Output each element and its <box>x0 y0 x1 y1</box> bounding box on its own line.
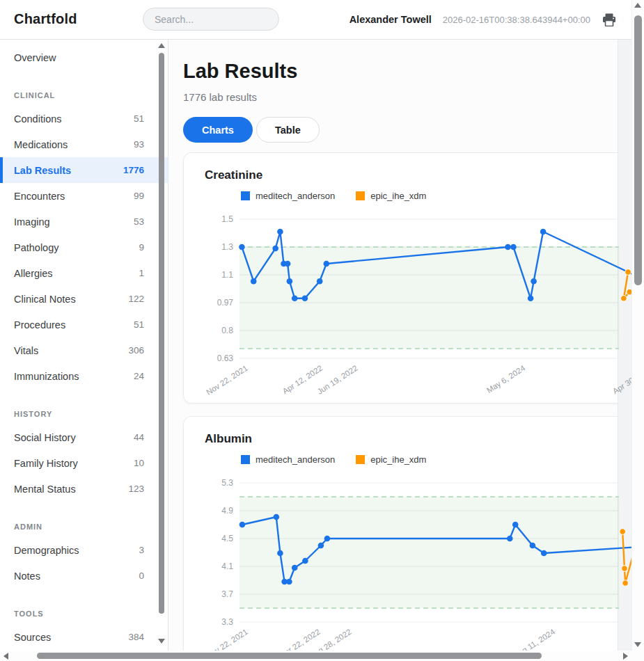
sidebar-item-demographics[interactable]: Demographics3 <box>0 537 168 563</box>
sidebar-item-encounters[interactable]: Encounters99 <box>0 183 168 209</box>
data-point[interactable] <box>531 278 537 285</box>
scroll-up-arrow-icon[interactable] <box>634 3 641 8</box>
data-point[interactable] <box>505 244 511 250</box>
sidebar-item-count: 93 <box>134 139 144 150</box>
data-point[interactable] <box>317 278 323 285</box>
data-point[interactable] <box>285 261 291 267</box>
data-point[interactable] <box>541 550 547 557</box>
chart-plot: 5.34.94.54.13.73.3Nov 22, 2021Apr 22, 20… <box>184 476 632 651</box>
y-tick-label: 1.3 <box>221 242 233 252</box>
sidebar-item-count: 44 <box>134 432 144 443</box>
data-point[interactable] <box>292 565 298 571</box>
sidebar-item-count: 99 <box>134 191 144 201</box>
y-tick-label: 0.97 <box>217 298 234 308</box>
sidebar-item-count: 9 <box>139 242 144 253</box>
sidebar-item-pathology[interactable]: Pathology9 <box>0 234 168 260</box>
horizontal-scrollbar-thumb[interactable] <box>37 653 542 659</box>
vertical-scrollbar[interactable] <box>631 0 644 651</box>
printer-icon <box>602 13 616 26</box>
view-tab-table[interactable]: Table <box>256 117 320 143</box>
scroll-down-arrow-icon[interactable] <box>158 639 165 644</box>
y-tick-label: 5.3 <box>221 478 233 488</box>
data-point[interactable] <box>507 536 513 542</box>
sidebar-item-count: 306 <box>128 345 144 356</box>
sidebar-item-mental-status[interactable]: Mental Status123 <box>0 476 168 502</box>
data-point[interactable] <box>510 244 517 250</box>
sidebar-scrollbar-thumb[interactable] <box>159 53 164 614</box>
sidebar-item-clinical-notes[interactable]: Clinical Notes122 <box>0 286 168 312</box>
legend-label: epic_ihe_xdm <box>370 191 426 201</box>
data-point[interactable] <box>251 278 257 285</box>
sidebar-section-header: ADMIN <box>0 502 168 537</box>
data-point[interactable] <box>512 522 519 528</box>
data-point[interactable] <box>286 579 292 585</box>
data-point[interactable] <box>528 296 534 302</box>
sidebar-item-label: Immunizations <box>14 371 79 382</box>
sidebar-item-notes[interactable]: Notes0 <box>0 563 168 589</box>
sidebar-item-allergies[interactable]: Allergies1 <box>0 260 168 286</box>
sidebar-item-overview[interactable]: Overview <box>0 45 168 70</box>
data-point[interactable] <box>302 296 308 302</box>
sidebar-item-count: 1776 <box>123 165 144 175</box>
sidebar-item-label: Encounters <box>14 191 65 202</box>
sidebar-item-family-history[interactable]: Family History10 <box>0 450 168 476</box>
search-input[interactable] <box>143 8 279 31</box>
data-point[interactable] <box>622 580 629 587</box>
data-point[interactable] <box>272 246 278 252</box>
data-point[interactable] <box>540 229 547 235</box>
data-point[interactable] <box>318 543 324 549</box>
x-tick-label: Nov 22, 2021 <box>205 628 249 651</box>
data-point[interactable] <box>239 244 245 250</box>
data-point[interactable] <box>620 529 626 535</box>
view-tab-charts[interactable]: Charts <box>183 117 253 143</box>
y-tick-label: 3.3 <box>221 617 233 627</box>
series-line-epic-ihe-xdm <box>622 532 632 583</box>
sidebar-item-label: Social History <box>14 432 76 443</box>
print-button[interactable] <box>602 13 617 26</box>
data-point[interactable] <box>621 296 627 302</box>
data-point[interactable] <box>277 550 283 557</box>
data-point[interactable] <box>625 269 631 276</box>
sidebar-item-count: 122 <box>128 294 144 304</box>
sidebar-item-immunizations[interactable]: Immunizations24 <box>0 363 168 389</box>
data-point[interactable] <box>530 543 536 549</box>
sidebar: OverviewCLINICALConditions51Medications9… <box>0 39 168 651</box>
main-panel: Lab Results 1776 lab results ChartsTable… <box>168 39 632 651</box>
data-point[interactable] <box>292 296 298 302</box>
data-point[interactable] <box>287 278 293 285</box>
data-point[interactable] <box>274 514 280 520</box>
scroll-up-arrow-icon[interactable] <box>158 43 165 48</box>
sidebar-nav: OverviewCLINICALConditions51Medications9… <box>0 45 168 651</box>
data-point[interactable] <box>324 261 330 267</box>
data-point[interactable] <box>239 522 246 528</box>
sidebar-scrollbar[interactable] <box>157 40 166 649</box>
chart-card-albumin: Albuminmeditech_andersonepic_ihe_xdm5.34… <box>183 416 632 651</box>
sidebar-item-label: Clinical Notes <box>14 294 76 305</box>
legend-label: meditech_anderson <box>256 191 335 201</box>
scroll-right-arrow-icon[interactable] <box>623 653 628 660</box>
sidebar-item-label: Overview <box>14 52 56 63</box>
legend-swatch-icon <box>241 455 250 464</box>
data-point[interactable] <box>277 229 283 235</box>
header-right-group: Alexander Towell 2026-02-16T00:38:38.643… <box>350 0 617 39</box>
sidebar-item-medications[interactable]: Medications93 <box>0 132 168 157</box>
data-point[interactable] <box>324 536 331 542</box>
page-title: Lab Results <box>183 60 632 83</box>
sidebar-item-count: 51 <box>134 113 144 124</box>
sidebar-item-label: Imaging <box>14 216 50 228</box>
horizontal-scrollbar[interactable] <box>0 651 644 661</box>
data-point[interactable] <box>302 558 308 564</box>
sidebar-item-vitals[interactable]: Vitals306 <box>0 337 168 363</box>
sidebar-item-imaging[interactable]: Imaging53 <box>0 209 168 234</box>
sidebar-item-procedures[interactable]: Procedures51 <box>0 312 168 337</box>
data-point[interactable] <box>622 566 628 572</box>
sidebar-item-social-history[interactable]: Social History44 <box>0 424 168 450</box>
vertical-scrollbar-thumb[interactable] <box>634 15 642 285</box>
sidebar-item-sources[interactable]: Sources384 <box>0 624 168 650</box>
scroll-down-arrow-icon[interactable] <box>634 642 641 647</box>
legend-entry-epic-ihe-xdm: epic_ihe_xdm <box>356 454 426 465</box>
sidebar-item-lab-results[interactable]: Lab Results1776 <box>0 157 168 183</box>
results-count-subtitle: 1776 lab results <box>183 91 632 103</box>
sidebar-item-conditions[interactable]: Conditions51 <box>0 106 168 132</box>
scroll-left-arrow-icon[interactable] <box>3 653 8 660</box>
